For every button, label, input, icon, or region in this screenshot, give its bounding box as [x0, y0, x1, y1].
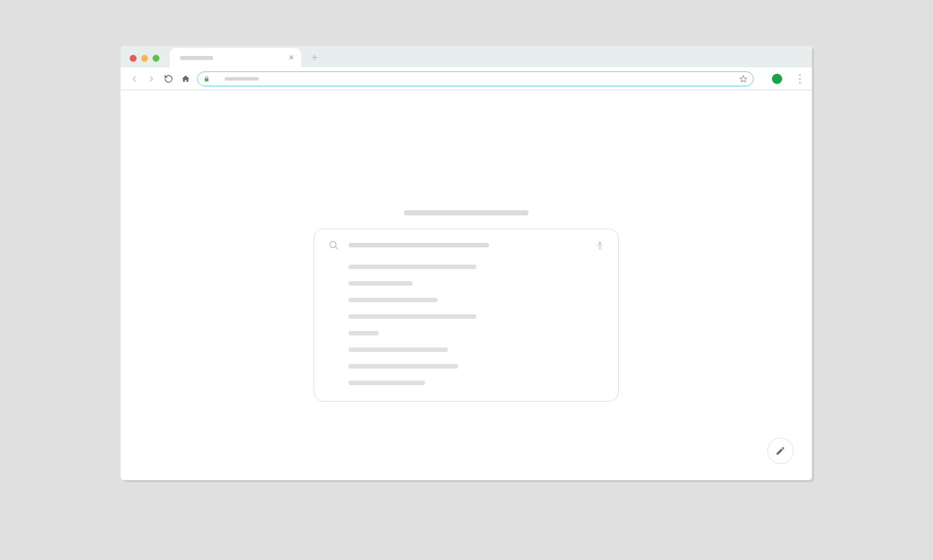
customize-fab[interactable]: [767, 438, 794, 464]
home-button[interactable]: [180, 73, 191, 85]
svg-rect-4: [598, 249, 601, 249]
search-row: [328, 239, 604, 251]
window-minimize-button[interactable]: [141, 55, 148, 62]
window-controls: [121, 55, 159, 67]
profile-avatar[interactable]: [772, 74, 782, 84]
search-suggestion[interactable]: [349, 381, 425, 385]
bookmark-star-icon[interactable]: [739, 75, 747, 83]
tab-title: [180, 56, 213, 60]
search-suggestion[interactable]: [349, 347, 449, 352]
search-suggestion[interactable]: [349, 298, 438, 302]
search-suggestion[interactable]: [349, 364, 459, 369]
page-logo: [404, 210, 528, 215]
svg-marker-0: [740, 75, 747, 82]
new-tab-button[interactable]: +: [307, 50, 323, 66]
search-suggestion[interactable]: [349, 281, 413, 286]
search-suggestion[interactable]: [349, 331, 379, 335]
browser-menu-button[interactable]: [796, 74, 804, 84]
address-bar[interactable]: [197, 71, 754, 86]
forward-button[interactable]: [146, 73, 157, 85]
voice-search-icon[interactable]: [595, 239, 604, 251]
page-content: [121, 90, 812, 480]
browser-toolbar: [121, 67, 812, 90]
active-tab[interactable]: ×: [170, 48, 301, 67]
svg-line-2: [335, 247, 337, 249]
tab-close-icon[interactable]: ×: [289, 53, 294, 62]
search-icon: [328, 239, 339, 251]
tab-strip: × +: [121, 46, 812, 67]
reload-button[interactable]: [163, 73, 174, 85]
window-close-button[interactable]: [130, 55, 137, 62]
search-card: [314, 229, 619, 402]
svg-rect-3: [599, 247, 600, 249]
window-maximize-button[interactable]: [153, 55, 159, 62]
lock-icon: [203, 75, 210, 82]
pencil-icon: [775, 446, 786, 456]
search-input[interactable]: [349, 243, 489, 247]
address-input[interactable]: [225, 77, 259, 81]
back-button[interactable]: [129, 73, 140, 85]
search-suggestions-list: [328, 265, 604, 385]
search-suggestion[interactable]: [349, 314, 476, 319]
browser-window: × +: [121, 46, 812, 480]
search-suggestion[interactable]: [349, 265, 476, 269]
